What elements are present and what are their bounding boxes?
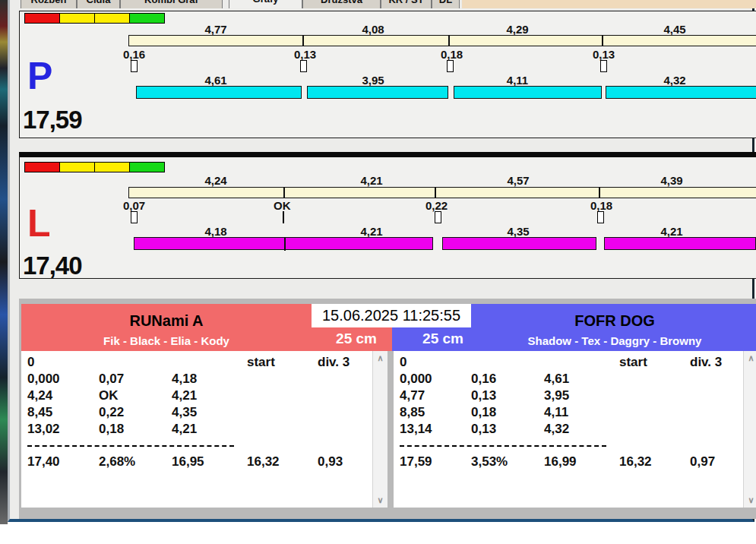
table-cell: div. 3: [318, 355, 350, 370]
split-time-label: 4,21: [326, 174, 417, 187]
table-cell: 0,07: [99, 372, 124, 387]
table-cell: 0,000: [27, 372, 60, 387]
fault-time-label: 0,22: [425, 199, 448, 212]
fault-time-label: 0,13: [294, 48, 316, 61]
split-time-label: 4,24: [170, 174, 261, 187]
leg-bar: [604, 237, 756, 250]
tab-grafy[interactable]: Grafy: [229, 0, 302, 8]
fault-marker-tick: [283, 211, 284, 223]
bar-divider: [302, 35, 304, 46]
lane-letter: P: [27, 57, 52, 95]
split-time-label: 4,08: [327, 23, 419, 36]
fault-marker-box: [597, 211, 604, 223]
table-cell: 4,21: [172, 388, 197, 403]
table-cell: 0,16: [471, 372, 496, 387]
leg-time-label: 3,95: [327, 74, 419, 87]
tab-kr-st[interactable]: KR / ST: [381, 0, 432, 8]
fault-time-label: 0,07: [123, 199, 145, 212]
table-cell: 0,000: [400, 372, 432, 387]
tab-dl[interactable]: DL: [432, 0, 460, 8]
status-light-green: [129, 13, 165, 24]
split-time-label: 4,57: [473, 174, 564, 187]
tab-label: Rozbeh: [31, 0, 67, 5]
table-cell: 13,14: [400, 422, 432, 437]
split-time-label: 4,77: [170, 23, 261, 36]
leg-time-label: 4,61: [170, 74, 261, 87]
status-light-red: [24, 13, 60, 24]
split-time-label: 4,39: [626, 174, 717, 187]
tab-cidla[interactable]: Cidla: [77, 0, 120, 8]
table-cell: 4,32: [544, 422, 569, 437]
results-table-left: 0 start div. 3 0,000 0,07 4,18 4,24 OK 4…: [21, 351, 387, 508]
tab-label: Cidla: [87, 0, 111, 5]
table-cell: 0,13: [471, 422, 496, 437]
bar-divider: [602, 35, 603, 46]
jump-height-left: 25 cm: [312, 331, 401, 347]
status-light-yellow: [94, 13, 130, 24]
leg-time-label: 4,32: [629, 74, 720, 87]
scroll-down-icon[interactable]: ∨: [744, 495, 756, 505]
table-cell-total: 0,93: [318, 454, 343, 470]
lane-panel-p: 4,77 4,08 4,29 4,45 0,16 0,13 0,18 0,13 …: [19, 11, 756, 138]
table-cell: div. 3: [690, 355, 722, 370]
leg-bar: [606, 86, 756, 99]
fault-time-label: 0,18: [590, 199, 612, 212]
datetime-display: 15.06.2025 11:25:55: [312, 304, 471, 327]
tab-label: Kombi Graf: [144, 0, 198, 5]
table-cell: 4,24: [27, 388, 52, 403]
table-cell: 0: [27, 355, 34, 370]
tab-label: Grafy: [253, 0, 279, 5]
app-window: Rozbeh Cidla Kombi Graf Grafy Druzstva K…: [8, 0, 754, 522]
table-cell: 4,21: [172, 422, 197, 437]
table-cell-total: 2,68%: [99, 454, 135, 470]
table-cell-total: 16,32: [619, 454, 652, 470]
table-cell: 4,35: [172, 405, 197, 420]
scrollbar[interactable]: ∧ ∨: [743, 351, 756, 508]
table-separator: [400, 445, 606, 447]
tab-label: KR / ST: [388, 0, 423, 5]
tab-rozbeh[interactable]: Rozbeh: [21, 0, 77, 8]
scroll-up-icon[interactable]: ∧: [373, 353, 387, 363]
split-time-label: 4,45: [629, 23, 720, 36]
tab-kombi-graf[interactable]: Kombi Graf: [120, 0, 223, 8]
lane-total-time: 17,59: [23, 106, 82, 134]
table-cell-total: 3,53%: [471, 454, 508, 470]
table-cell: 0,22: [99, 405, 124, 420]
table-cell: 0,13: [471, 388, 496, 403]
table-cell-total: 16,95: [172, 454, 204, 470]
table-cell: 13,02: [27, 422, 60, 437]
scroll-up-icon[interactable]: ∧: [744, 353, 756, 363]
split-time-label: 4,29: [472, 23, 563, 36]
leg-time-label: 4,18: [170, 225, 261, 238]
fault-time-label: 0,18: [441, 48, 463, 61]
table-cell: 0,18: [99, 422, 124, 437]
table-cell: 4,18: [172, 372, 197, 387]
split-bar: [128, 187, 756, 198]
tab-bar: Rozbeh Cidla Kombi Graf Grafy Druzstva K…: [21, 0, 461, 8]
lane-letter: L: [27, 204, 51, 242]
scrollbar[interactable]: ∧ ∨: [372, 351, 387, 508]
leg-time-label: 4,35: [473, 225, 564, 238]
bar-divider: [283, 187, 285, 198]
split-bar: [128, 35, 756, 46]
scroll-down-icon[interactable]: ∨: [373, 495, 387, 505]
table-cell: 8,85: [400, 405, 425, 420]
table-cell: 0: [400, 355, 406, 370]
table-cell-total: 16,32: [247, 454, 280, 470]
leg-time-label: 4,21: [326, 225, 417, 238]
fault-time-label: OK: [274, 199, 291, 212]
table-cell: 4,11: [544, 405, 568, 420]
status-light-red: [24, 162, 60, 172]
tab-druzstva[interactable]: Druzstva: [302, 0, 381, 8]
jump-height-right: 25 cm: [401, 331, 485, 347]
tab-label: Druzstva: [321, 0, 362, 5]
table-cell-total: 17,40: [27, 454, 60, 470]
results-table-right: 0 start div. 3 0,000 0,16 4,61 4,77 0,13…: [394, 351, 756, 508]
fault-marker-box: [600, 60, 607, 72]
bar-divider: [284, 238, 286, 251]
table-separator: [27, 445, 234, 447]
table-cell: 3,95: [544, 388, 569, 403]
leg-time-label: 4,21: [626, 225, 717, 238]
leg-bar: [136, 86, 302, 99]
table-cell: 4,77: [400, 388, 425, 403]
